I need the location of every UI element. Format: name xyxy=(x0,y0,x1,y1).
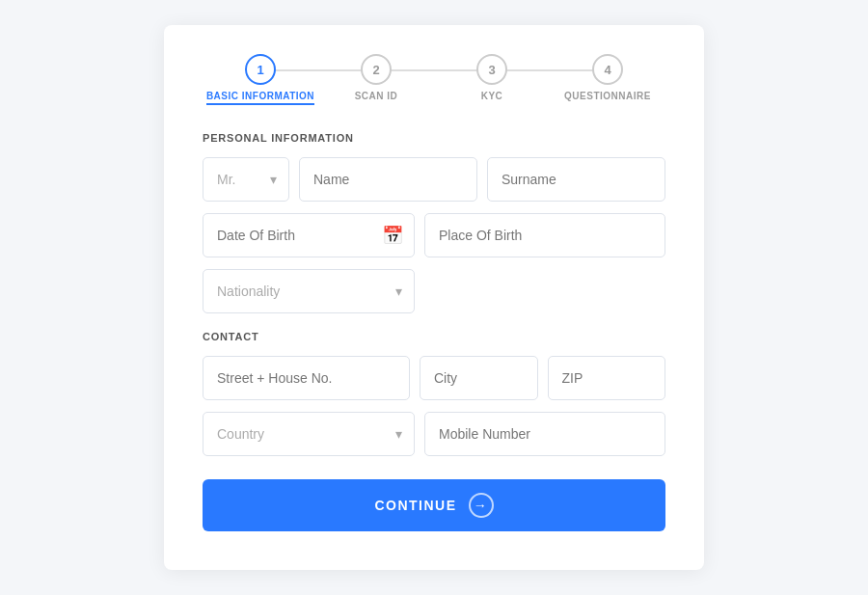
dob-wrapper: 📅 xyxy=(203,213,415,257)
country-row: Country ▾ xyxy=(203,412,665,456)
street-row xyxy=(203,356,665,400)
country-select-wrapper: Country ▾ xyxy=(203,412,415,456)
country-select[interactable]: Country xyxy=(203,412,415,456)
step-4-label: QUESTIONNAIRE xyxy=(564,91,651,101)
name-input[interactable] xyxy=(299,157,477,202)
continue-arrow-icon: → xyxy=(469,493,494,518)
step-4-circle: 4 xyxy=(592,54,623,85)
step-3-circle: 3 xyxy=(476,54,507,85)
nationality-select[interactable]: Nationality xyxy=(203,269,415,313)
nationality-row: Nationality ▾ xyxy=(203,269,665,313)
dob-pob-row: 📅 xyxy=(203,213,665,257)
step-1-circle: 1 xyxy=(245,54,276,85)
name-row: Mr. Ms. Mrs. Dr. ▾ xyxy=(203,157,665,202)
step-2-label: SCAN ID xyxy=(355,91,398,101)
continue-label: CONTINUE xyxy=(374,498,456,513)
zip-input[interactable] xyxy=(548,356,666,400)
step-3-label: KYC xyxy=(481,91,503,101)
stepper: 1 BASIC INFORMATION 2 SCAN ID 3 KYC 4 QU… xyxy=(203,54,665,105)
contact-title: CONTACT xyxy=(203,331,665,342)
pob-input[interactable] xyxy=(424,213,665,257)
title-select-wrapper: Mr. Ms. Mrs. Dr. ▾ xyxy=(203,157,289,202)
main-card: 1 BASIC INFORMATION 2 SCAN ID 3 KYC 4 QU… xyxy=(164,25,704,570)
personal-info-title: PERSONAL INFORMATION xyxy=(203,132,665,144)
step-4: 4 QUESTIONNAIRE xyxy=(550,54,665,101)
step-2: 2 SCAN ID xyxy=(318,54,434,101)
step-3: 3 KYC xyxy=(434,54,550,101)
mobile-input[interactable] xyxy=(424,412,665,456)
step-1-label: BASIC INFORMATION xyxy=(206,91,314,105)
continue-button[interactable]: CONTINUE → xyxy=(203,479,665,531)
step-1: 1 BASIC INFORMATION xyxy=(203,54,318,105)
nationality-select-wrapper: Nationality ▾ xyxy=(203,269,415,313)
dob-input[interactable] xyxy=(203,213,415,257)
title-select[interactable]: Mr. Ms. Mrs. Dr. xyxy=(203,157,289,202)
step-2-circle: 2 xyxy=(361,54,392,85)
surname-input[interactable] xyxy=(487,157,665,202)
city-input[interactable] xyxy=(420,356,538,400)
street-input[interactable] xyxy=(203,356,410,400)
